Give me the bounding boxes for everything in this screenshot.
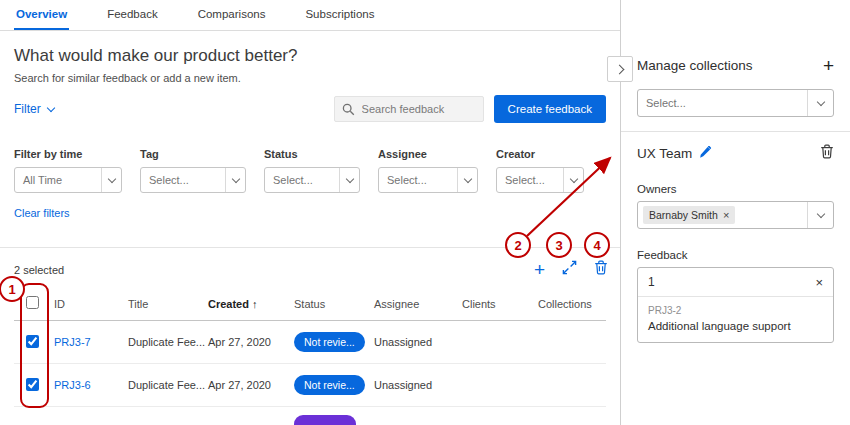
column-header-status[interactable]: Status [294,298,374,310]
chevron-down-icon [807,202,833,228]
selection-toolbar: 2 selected + [0,247,620,287]
status-badge[interactable]: Not revie... [294,375,365,395]
column-header-created[interactable]: Created ↑ [208,298,294,310]
filter-creator-select[interactable]: Select... [496,167,584,193]
feedback-item-id: PRJ3-2 [648,305,823,316]
filter-time-select[interactable]: All Time [14,167,122,193]
chevron-down-icon [563,168,583,192]
search-input[interactable] [334,96,484,122]
filter-label: Status [264,148,360,160]
manage-collections-panel: Manage collections + Select... UX Team [620,0,850,425]
filter-field-creator: Creator Select... [496,148,584,193]
filter-toggle[interactable]: Filter [14,102,54,116]
create-feedback-button[interactable]: Create feedback [494,95,606,123]
filter-toggle-label: Filter [14,102,41,116]
tab-overview[interactable]: Overview [14,0,69,30]
owners-select[interactable]: Barnaby Smith × [637,201,834,229]
tab-subscriptions[interactable]: Subscriptions [303,0,376,30]
chevron-down-icon [457,168,477,192]
main-content: What would make our product better? Sear… [0,45,620,425]
sort-ascending-icon: ↑ [252,298,258,310]
feedback-item-title[interactable]: Additional language support [648,320,823,332]
created-cell: Apr 27, 2020 [208,336,294,348]
column-header-assignee[interactable]: Assignee [374,298,462,310]
filter-label: Tag [140,148,246,160]
filter-label: Assignee [378,148,478,160]
chevron-down-icon [339,168,359,192]
assignee-cell: Unassigned [374,336,462,348]
table-row[interactable]: PRJ3-7 Duplicate Fee... Apr 27, 2020 Not… [14,321,606,364]
status-badge-partial [294,415,356,425]
trash-icon[interactable] [594,260,608,279]
search-box [334,96,484,122]
feedback-label: Feedback [637,249,834,261]
filter-tag-select[interactable]: Select... [140,167,246,193]
filter-label: Creator [496,148,584,160]
panel-divider [621,131,850,132]
feedback-title-cell: Duplicate Fee... [128,336,208,348]
table-row-partial [14,407,606,425]
main-area: Overview Feedback Comparisons Subscripti… [0,0,620,425]
feedback-id-link[interactable]: PRJ3-7 [54,336,128,348]
filter-value: Select... [497,174,563,186]
page-title: What would make our product better? [14,45,606,66]
remove-owner-icon[interactable]: × [723,210,729,221]
filter-value: Select... [265,174,339,186]
collection-header-row: UX Team [637,144,834,163]
collection-select-value: Select... [638,97,807,109]
table-row[interactable]: PRJ3-6 Duplicate Fee... Apr 27, 2020 Not… [14,364,606,407]
filter-assignee-select[interactable]: Select... [378,167,478,193]
tab-bar: Overview Feedback Comparisons Subscripti… [0,0,620,31]
status-badge[interactable]: Not revie... [294,332,365,352]
feedback-title-cell: Duplicate Fee... [128,379,208,391]
merge-arrows-icon[interactable] [562,260,577,279]
owners-label: Owners [637,183,834,195]
tab-feedback[interactable]: Feedback [105,0,160,30]
close-icon[interactable]: × [815,276,823,289]
edit-icon[interactable] [699,145,712,163]
collapse-panel-button[interactable] [607,56,633,82]
chevron-down-icon [101,168,121,192]
column-header-collections[interactable]: Collections [538,298,606,310]
clear-filters-link[interactable]: Clear filters [14,207,70,219]
filter-field-status: Status Select... [264,148,360,193]
filter-label: Filter by time [14,148,122,160]
column-header-id[interactable]: ID [54,298,128,310]
filter-status-select[interactable]: Select... [264,167,360,193]
collection-name: UX Team [637,146,692,161]
delete-collection-icon[interactable] [820,144,834,163]
filter-field-assignee: Assignee Select... [378,148,478,193]
action-row: Filter Create feedback [14,94,606,124]
selected-count: 2 selected [14,264,64,276]
feedback-id-link[interactable]: PRJ3-6 [54,379,128,391]
owner-chip-label: Barnaby Smith [649,209,718,221]
search-icon [342,103,355,116]
column-header-clients[interactable]: Clients [462,298,538,310]
row-checkbox[interactable] [26,378,39,391]
row-checkbox[interactable] [26,335,39,348]
chevron-down-icon [225,168,245,192]
chevron-right-icon [614,64,624,74]
filter-panel: Filter by time All Time Tag Select... St… [14,148,606,193]
collection-select[interactable]: Select... [637,89,834,117]
filter-value: Select... [141,174,225,186]
feedback-count: 1 [648,275,655,289]
feedback-card: 1 × PRJ3-2 Additional language support [637,267,834,343]
feedback-overview-page: Overview Feedback Comparisons Subscripti… [0,0,850,425]
filter-value: Select... [379,174,457,186]
add-collection-icon[interactable]: + [823,59,834,73]
filter-field-tag: Tag Select... [140,148,246,193]
select-all-checkbox[interactable] [26,296,39,309]
chevron-down-icon [46,103,54,111]
table-header: ID Title Created ↑ Status Assignee Clien… [14,287,606,321]
tab-comparisons[interactable]: Comparisons [196,0,268,30]
created-cell: Apr 27, 2020 [208,379,294,391]
assignee-cell: Unassigned [374,379,462,391]
bulk-action-icons: + [534,260,608,279]
column-header-title[interactable]: Title [128,298,208,310]
chevron-down-icon [807,90,833,116]
add-to-collection-icon[interactable]: + [534,263,545,277]
panel-title: Manage collections [637,58,753,73]
owner-chip: Barnaby Smith × [643,206,735,224]
column-header-created-label: Created [208,298,249,310]
